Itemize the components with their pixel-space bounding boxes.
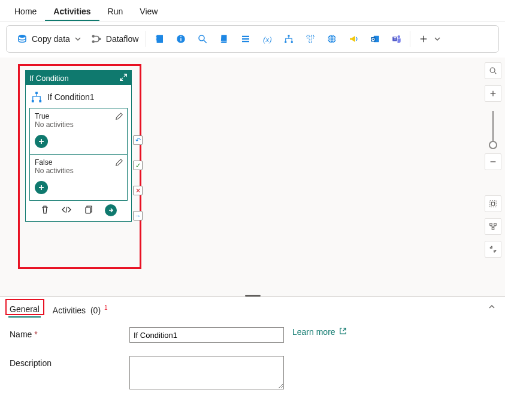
variable-button[interactable]: (x) (256, 31, 278, 47)
plus-icon (418, 33, 430, 45)
dataflow-label: Dataflow (106, 34, 138, 44)
tab-home[interactable]: Home (6, 2, 45, 21)
form-area: Name* Learn more Description (8, 318, 497, 389)
edit-false-branch-button[interactable] (115, 158, 123, 168)
toolbar-separator (410, 31, 410, 47)
panel-tab-activities[interactable]: Activities (0) 1 (52, 303, 108, 318)
toolbar-separator (146, 31, 146, 47)
description-input[interactable] (129, 356, 284, 389)
announce-button[interactable] (343, 31, 364, 47)
delete-button[interactable] (40, 205, 50, 216)
teams-button[interactable]: T (386, 31, 407, 47)
fit-to-screen-button[interactable] (485, 195, 501, 212)
svg-line-44 (495, 72, 497, 74)
false-branch-subtitle: No activities (35, 167, 122, 175)
svg-point-32 (398, 35, 401, 38)
svg-rect-52 (492, 228, 494, 230)
panel-tab-general[interactable]: General (8, 302, 41, 318)
true-branch-subtitle: No activities (35, 120, 122, 129)
properties-panel: General Activities (0) 1 Name* Learn mor… (0, 297, 505, 420)
svg-rect-9 (181, 38, 182, 41)
tab-label: Home (14, 7, 37, 16)
svg-rect-14 (242, 38, 249, 40)
notebook-button[interactable] (149, 31, 170, 47)
delete-mark-button[interactable]: ✕ (133, 186, 143, 195)
zoom-in-button[interactable] (485, 85, 501, 102)
next-button[interactable]: → (133, 211, 143, 220)
zoom-slider-thumb[interactable] (489, 141, 497, 149)
undo-button[interactable]: ↶ (133, 135, 143, 145)
branch-button[interactable] (278, 31, 300, 47)
table-button[interactable] (235, 31, 256, 47)
tab-activities[interactable]: Activities (45, 2, 99, 21)
info-button[interactable] (170, 31, 192, 47)
copy-data-label: Copy data (32, 34, 70, 44)
copy-data-icon (16, 33, 28, 45)
if-condition-icon (31, 91, 43, 103)
svg-rect-20 (307, 35, 310, 38)
svg-line-12 (204, 40, 207, 43)
svg-rect-35 (35, 92, 38, 94)
tab-label: Run (108, 7, 123, 16)
svg-text:(x): (x) (264, 35, 272, 44)
svg-rect-18 (285, 41, 287, 43)
svg-rect-36 (32, 100, 34, 102)
dataflow-icon (90, 33, 102, 45)
tab-label: Activities (53, 306, 86, 315)
activity-titlebar[interactable]: If Condition (26, 71, 131, 85)
outlook-button[interactable] (364, 31, 386, 47)
activities-count: (0) (90, 306, 101, 315)
add-false-activity-button[interactable] (35, 181, 48, 194)
copy-button[interactable] (83, 205, 93, 216)
svg-rect-51 (494, 223, 497, 226)
proceed-button[interactable] (105, 204, 117, 216)
svg-rect-4 (157, 35, 164, 43)
edit-true-branch-button[interactable] (115, 112, 123, 122)
add-true-activity-button[interactable] (35, 135, 48, 148)
tab-label: General (10, 304, 40, 314)
top-nav: Home Activities Run View (0, 0, 505, 22)
panel-collapse-button[interactable] (485, 300, 499, 314)
tab-label: Activities (53, 7, 90, 16)
svg-rect-21 (312, 35, 315, 38)
svg-point-10 (180, 36, 182, 37)
check-button[interactable]: ✓ (133, 161, 143, 170)
layout-button[interactable] (300, 31, 321, 47)
activity-name: If Condition1 (47, 92, 95, 102)
true-branch[interactable]: True No activities (29, 108, 128, 155)
search-button[interactable] (192, 31, 213, 47)
zoom-out-button[interactable] (485, 153, 501, 170)
svg-rect-50 (490, 223, 492, 226)
auto-layout-button[interactable] (485, 218, 501, 235)
copy-data-button[interactable]: Copy data (11, 31, 86, 47)
false-branch[interactable]: False No activities (29, 155, 128, 201)
svg-point-43 (490, 68, 495, 72)
name-label: Name* (10, 327, 129, 339)
tab-view[interactable]: View (131, 2, 166, 21)
code-button[interactable] (62, 205, 71, 216)
canvas-search-button[interactable] (485, 62, 501, 79)
svg-rect-15 (242, 41, 249, 42)
add-button[interactable] (413, 31, 445, 47)
if-condition-activity[interactable]: If Condition If Condition1 True No activ… (25, 70, 132, 222)
minimize-button[interactable] (485, 241, 501, 258)
branch-icon (283, 33, 295, 45)
description-label-text: Description (10, 358, 52, 368)
name-input[interactable] (129, 327, 284, 343)
svg-rect-48 (490, 201, 497, 207)
web-button[interactable] (321, 31, 343, 47)
learn-more-link[interactable]: Learn more (292, 327, 347, 337)
pipeline-canvas[interactable]: If Condition If Condition1 True No activ… (0, 58, 505, 296)
description-label: Description (10, 356, 129, 368)
globe-icon (326, 33, 338, 45)
megaphone-icon (347, 33, 359, 45)
variable-icon: (x) (261, 33, 273, 45)
zoom-slider[interactable] (492, 111, 494, 144)
expand-icon[interactable] (119, 73, 128, 83)
dataflow-button[interactable]: Dataflow (86, 31, 143, 47)
script-button[interactable] (213, 31, 235, 47)
tab-label: View (140, 7, 158, 16)
external-link-icon (339, 327, 347, 337)
svg-rect-6 (156, 38, 157, 39)
tab-run[interactable]: Run (99, 2, 132, 21)
